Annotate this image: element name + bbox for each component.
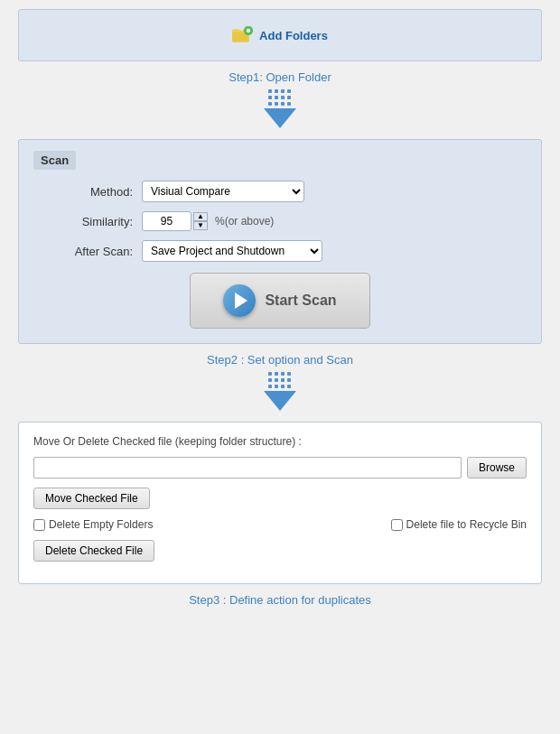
- dot: [275, 102, 278, 106]
- similarity-suffix: %(or above): [215, 215, 274, 228]
- dot: [275, 372, 278, 376]
- step2-label: Step2 : Set option and Scan: [18, 353, 542, 367]
- step1-label: Step1: Open Folder: [18, 70, 542, 84]
- svg-rect-3: [247, 30, 250, 33]
- play-icon: [223, 284, 256, 317]
- step3-label: Step3 : Define action for duplicates: [18, 593, 542, 607]
- delete-empty-folders-checkbox[interactable]: [33, 519, 45, 531]
- arrow-dots-wrapper-2: [264, 372, 296, 411]
- delete-empty-label: Delete Empty Folders: [49, 518, 153, 531]
- start-scan-label: Start Scan: [265, 293, 336, 309]
- play-triangle: [235, 293, 247, 309]
- dot: [275, 385, 278, 388]
- arrow-dots-2: [268, 372, 292, 389]
- arrow-triangle-1: [264, 108, 296, 128]
- add-folders-button[interactable]: Add Folders: [232, 26, 328, 44]
- similarity-input[interactable]: 95: [142, 211, 191, 231]
- dot: [287, 96, 291, 99]
- similarity-row: Similarity: 95 ▲ ▼ %(or above): [33, 211, 527, 231]
- after-scan-select[interactable]: Save Project and Shutdown Do Nothing Shu…: [142, 240, 322, 262]
- dot: [268, 372, 272, 376]
- dot: [281, 102, 285, 106]
- dot: [287, 89, 291, 93]
- dot: [275, 378, 278, 382]
- scan-box: Scan Method: Visiual Compare Binary Comp…: [18, 139, 542, 344]
- method-select[interactable]: Visiual Compare Binary Compare File Name: [142, 181, 304, 202]
- method-row: Method: Visiual Compare Binary Compare F…: [33, 181, 527, 202]
- dot: [268, 385, 272, 388]
- add-folder-icon: [232, 26, 254, 44]
- spinner-down-button[interactable]: ▼: [193, 221, 208, 230]
- dot: [281, 378, 285, 382]
- arrow-dots-1: [268, 89, 292, 107]
- dot: [281, 89, 285, 93]
- browse-input[interactable]: [33, 457, 462, 478]
- arrow-2: [18, 372, 542, 411]
- dot: [281, 385, 285, 388]
- dot: [268, 102, 272, 106]
- arrow-dots-wrapper-1: [264, 89, 296, 128]
- move-checked-file-button[interactable]: Move Checked File: [33, 488, 150, 509]
- dot: [281, 96, 285, 99]
- similarity-spinner: ▲ ▼: [193, 212, 208, 230]
- after-scan-row: After Scan: Save Project and Shutdown Do…: [33, 240, 527, 262]
- action-title: Move Or Delete Checked file (keeping fol…: [33, 435, 527, 448]
- arrow-1: [18, 89, 542, 128]
- checkbox-row: Delete Empty Folders Delete file to Recy…: [33, 518, 527, 531]
- method-label: Method:: [33, 185, 133, 199]
- dot: [287, 372, 291, 376]
- dot: [281, 372, 285, 376]
- after-scan-label: After Scan:: [33, 245, 133, 258]
- browse-row: Browse: [33, 457, 527, 478]
- dot: [268, 378, 272, 382]
- dot: [268, 96, 272, 99]
- delete-recycle-checkbox-label[interactable]: Delete file to Recycle Bin: [391, 518, 527, 531]
- dot: [287, 385, 291, 388]
- action-box: Move Or Delete Checked file (keeping fol…: [18, 422, 542, 584]
- dot: [287, 378, 291, 382]
- delete-recycle-label: Delete file to Recycle Bin: [406, 518, 527, 531]
- delete-empty-folders-checkbox-label[interactable]: Delete Empty Folders: [33, 518, 153, 531]
- add-folders-box: Add Folders: [18, 9, 542, 61]
- add-folders-label: Add Folders: [259, 29, 328, 42]
- browse-button[interactable]: Browse: [467, 457, 527, 478]
- dot: [275, 96, 278, 99]
- spinner-up-button[interactable]: ▲: [193, 212, 208, 221]
- scan-title: Scan: [33, 151, 76, 170]
- dot: [287, 102, 291, 106]
- delete-recycle-checkbox[interactable]: [391, 519, 403, 531]
- arrow-triangle-2: [264, 391, 296, 411]
- dot: [275, 89, 278, 93]
- delete-checked-file-button[interactable]: Delete Checked File: [33, 540, 154, 562]
- similarity-label: Similarity:: [33, 215, 133, 228]
- dot: [268, 89, 272, 93]
- start-scan-button[interactable]: Start Scan: [190, 273, 370, 329]
- page-wrapper: Add Folders Step1: Open Folder: [0, 0, 560, 619]
